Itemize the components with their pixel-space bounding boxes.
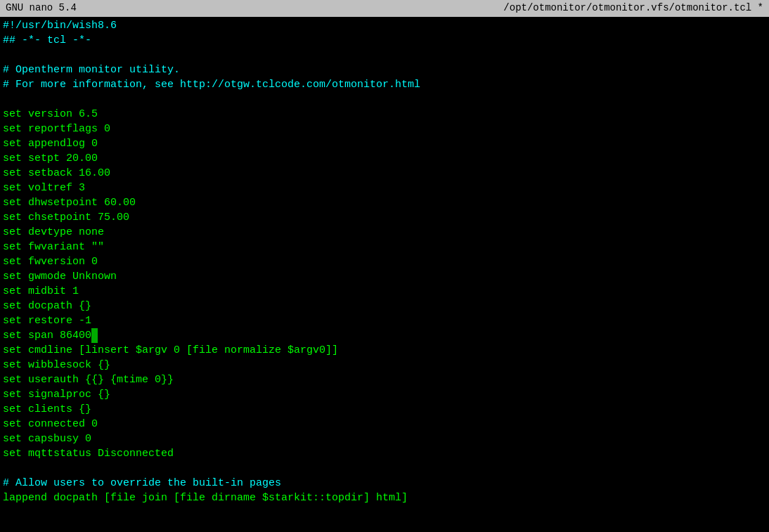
title-bar: GNU nano 5.4 /opt/otmonitor/otmonitor.vf… [0, 0, 769, 17]
editor-line: set chsetpoint 75.00 [3, 210, 766, 225]
editor-line: set voltref 3 [3, 181, 766, 195]
editor-line: set restore -1 [3, 313, 766, 328]
editor-line: set appendlog 0 [3, 136, 766, 151]
editor-line: set wibblesock {} [3, 358, 766, 372]
app-title: GNU nano 5.4 [6, 1, 77, 15]
editor-line: set gwmode Unknown [3, 269, 766, 284]
editor-line: # Opentherm monitor utility. [3, 63, 766, 77]
editor-line: set connected 0 [3, 417, 766, 432]
editor-line: set signalproc {} [3, 387, 766, 402]
editor-line: set fwversion 0 [3, 254, 766, 269]
editor-line: set span 86400 [3, 328, 766, 343]
editor-line: set version 6.5 [3, 107, 766, 122]
editor-line: # Allow users to override the built-in p… [3, 476, 766, 491]
editor-line [3, 48, 766, 63]
editor-line: set userauth {{} {mtime 0}} [3, 372, 766, 387]
editor-line: set setpt 20.00 [3, 151, 766, 166]
editor-line [3, 461, 766, 476]
editor-line: set clients {} [3, 402, 766, 417]
editor-line: set capsbusy 0 [3, 432, 766, 446]
editor-line: lappend docpath [file join [file dirname… [3, 491, 766, 505]
editor-line: set docpath {} [3, 299, 766, 313]
editor-line: set reportflags 0 [3, 122, 766, 136]
editor-line: set setback 16.00 [3, 166, 766, 181]
editor-line: set mqttstatus Disconnected [3, 446, 766, 461]
editor-line: set cmdline [linsert $argv 0 [file norma… [3, 343, 766, 358]
editor-line: ## -*- tcl -*- [3, 33, 766, 48]
editor-area: #!/usr/bin/wish8.6## -*- tcl -*-# Openth… [0, 17, 769, 507]
editor-line: set midbit 1 [3, 284, 766, 299]
editor-line: set fwvariant "" [3, 240, 766, 254]
editor-line: set dhwsetpoint 60.00 [3, 195, 766, 210]
editor-line: # For more information, see http://otgw.… [3, 77, 766, 92]
editor-line [3, 92, 766, 107]
file-path: /opt/otmonitor/otmonitor.vfs/otmonitor.t… [503, 1, 763, 15]
editor-line: #!/usr/bin/wish8.6 [3, 18, 766, 33]
editor-line: set devtype none [3, 225, 766, 240]
